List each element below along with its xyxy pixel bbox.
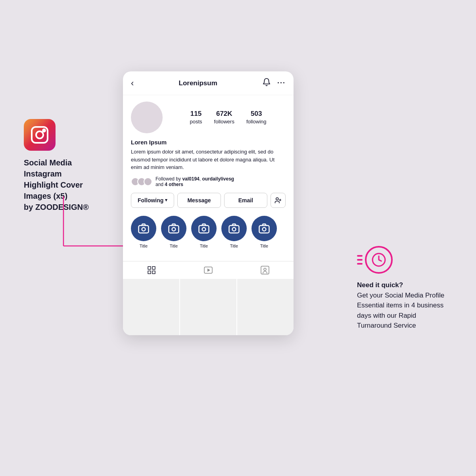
add-user-icon (274, 197, 282, 204)
svg-point-13 (202, 227, 206, 231)
highlight-label-1: Title (140, 244, 148, 248)
email-button[interactable]: Email (224, 193, 267, 208)
right-panel: Need it quick? Get your Social Media Pro… (357, 246, 452, 331)
following-stat: 503 following (246, 110, 267, 125)
svg-point-11 (172, 227, 176, 231)
add-friend-button[interactable] (271, 193, 286, 208)
back-button[interactable]: ‹ (131, 78, 134, 88)
svg-rect-10 (169, 225, 179, 233)
highlight-5[interactable]: Title (251, 216, 277, 248)
svg-rect-8 (139, 225, 149, 233)
highlights-row: Title Title (131, 214, 286, 255)
followed-by-avatars (131, 177, 152, 186)
speed-line-2 (357, 259, 363, 261)
title-line3: Highlight Cover (24, 180, 83, 189)
svg-point-5 (276, 198, 278, 200)
speed-lines (357, 255, 363, 265)
clock-icon (371, 252, 386, 267)
camera-icon-3 (198, 223, 210, 234)
svg-point-17 (263, 227, 266, 231)
tab-tagged[interactable] (237, 265, 294, 275)
following-button[interactable]: Following ▾ (131, 193, 174, 208)
highlight-circle-1 (131, 216, 156, 241)
followed-by-section: Followed by val0194, ourdailylivesg and … (131, 176, 286, 187)
tab-reels[interactable] (180, 265, 236, 275)
svg-rect-18 (148, 267, 151, 269)
svg-rect-16 (259, 225, 269, 233)
more-options-icon[interactable]: ··· (277, 79, 286, 87)
camera-icon-2 (168, 223, 180, 234)
left-description: Social Media Instagram Highlight Cover I… (24, 157, 111, 213)
followers-count: 672K (214, 110, 234, 118)
title-line1: Social Media (24, 158, 72, 167)
highlight-label-5: Title (260, 244, 268, 248)
highlight-circle-2 (161, 216, 186, 241)
posts-stat: 115 posts (190, 110, 202, 125)
highlight-circle-3 (191, 216, 217, 241)
followers-label: followers (214, 119, 234, 125)
message-button[interactable]: Message (177, 193, 221, 208)
highlight-4[interactable]: Title (221, 216, 247, 248)
grid-cell-2 (180, 279, 236, 335)
highlight-2[interactable]: Title (161, 216, 186, 248)
profile-display-name: Loren Ipsum (131, 139, 286, 146)
svg-point-15 (232, 227, 236, 231)
phone-mockup: ‹ Lorenipsum ··· 115 posts 672K (123, 71, 294, 335)
reels-icon (203, 265, 213, 275)
following-label: Following (138, 197, 163, 203)
svg-marker-23 (207, 269, 210, 272)
camera-icon-1 (138, 223, 150, 234)
svg-rect-19 (152, 267, 155, 269)
notification-bell-icon[interactable] (262, 78, 271, 88)
profile-avatar (131, 102, 163, 133)
action-buttons: Following ▾ Message Email (131, 193, 286, 208)
tagged-icon (260, 265, 270, 275)
svg-point-1 (36, 131, 43, 138)
highlight-1[interactable]: Title (131, 216, 156, 248)
chevron-down-icon: ▾ (165, 198, 167, 203)
posts-label: posts (190, 119, 202, 125)
grid-icon (147, 265, 156, 275)
svg-rect-24 (261, 266, 269, 274)
follower-name-1: val0194 (182, 176, 199, 182)
speed-line-3 (357, 263, 363, 265)
highlight-label-4: Title (230, 244, 238, 248)
header-icons: ··· (262, 78, 286, 88)
clock-icon-circle (365, 246, 393, 274)
tab-grid[interactable] (123, 265, 180, 275)
instagram-icon (24, 119, 56, 151)
highlight-label-3: Title (200, 244, 208, 248)
svg-point-25 (264, 268, 266, 271)
instagram-logo-icon (30, 125, 49, 144)
svg-point-9 (142, 227, 146, 231)
follower-others: and 4 others (155, 182, 183, 187)
camera-icon-4 (228, 223, 240, 234)
followers-stat: 672K followers (214, 110, 234, 125)
posts-count: 115 (190, 110, 202, 118)
profile-stats: 115 posts 672K followers 503 following (171, 110, 286, 125)
svg-rect-12 (199, 225, 209, 233)
svg-rect-21 (152, 271, 155, 274)
highlight-circle-5 (251, 216, 277, 241)
tab-bar (123, 261, 294, 279)
speed-line-1 (357, 255, 363, 257)
quick-turnaround-text: Need it quick? Get your Social Media Pro… (357, 280, 452, 331)
profile-top: 115 posts 672K followers 503 following (131, 102, 286, 133)
following-count: 503 (246, 110, 267, 118)
follower-avatar-3 (144, 177, 152, 186)
grid-cell-3 (237, 279, 294, 335)
grid-cell-1 (123, 279, 179, 335)
title-line5: by ZOODESIGN® (24, 203, 89, 211)
svg-rect-14 (229, 225, 239, 233)
grid-preview (123, 279, 294, 335)
profile-bio: Lorem ipsum dolor sit amet, consectetur … (131, 148, 286, 171)
svg-rect-20 (148, 271, 151, 274)
quick-heading: Need it quick? (357, 281, 403, 289)
following-label: following (246, 119, 267, 125)
followed-by-text: Followed by val0194, ourdailylivesg and … (155, 176, 234, 187)
title-line4: Images (x5) (24, 192, 67, 200)
highlight-3[interactable]: Title (191, 216, 217, 248)
title-line2: Instagram (24, 169, 62, 178)
phone-header: ‹ Lorenipsum ··· (123, 71, 294, 95)
profile-username: Lorenipsum (179, 79, 217, 87)
